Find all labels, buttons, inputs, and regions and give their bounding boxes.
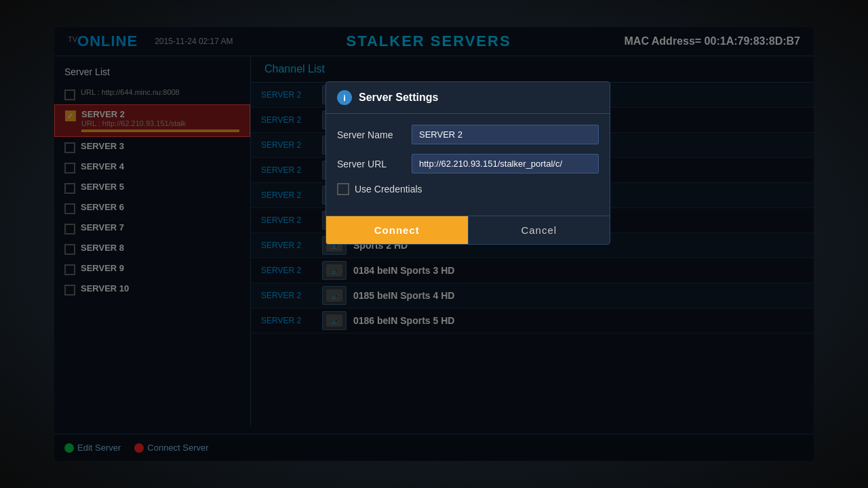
tv-frame: TVONLINE 2015-11-24 02:17 AM STALKER SER…	[0, 0, 868, 488]
screen: TVONLINE 2015-11-24 02:17 AM STALKER SER…	[54, 27, 814, 461]
info-icon: i	[337, 90, 352, 105]
server-url-input[interactable]	[412, 154, 599, 174]
server-url-label: Server URL	[337, 159, 405, 169]
server-name-row: Server Name	[337, 125, 599, 144]
modal-overlay: i Server Settings Server Name Server URL…	[54, 27, 814, 461]
credentials-row: Use Credentials	[337, 183, 599, 195]
modal-buttons: Connect Cancel	[326, 216, 610, 244]
use-credentials-checkbox[interactable]	[337, 183, 349, 195]
modal-title: Server Settings	[359, 92, 438, 104]
server-settings-modal: i Server Settings Server Name Server URL…	[326, 81, 610, 245]
modal-body: Server Name Server URL Use Credentials	[326, 114, 610, 216]
use-credentials-label: Use Credentials	[355, 184, 422, 195]
connect-button[interactable]: Connect	[326, 216, 468, 244]
server-name-label: Server Name	[337, 129, 405, 140]
modal-header: i Server Settings	[326, 82, 610, 114]
server-url-row: Server URL	[337, 154, 599, 174]
cancel-button[interactable]: Cancel	[468, 216, 610, 244]
server-name-input[interactable]	[412, 125, 599, 144]
